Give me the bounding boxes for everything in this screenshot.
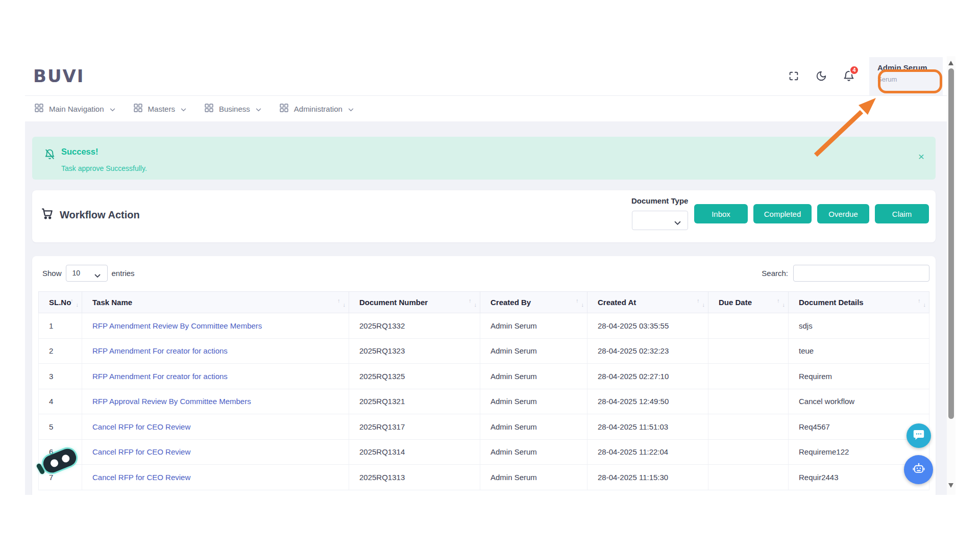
column-header-document-number[interactable]: Document Number ↑↓ [349,292,480,313]
scroll-down-arrow[interactable] [948,483,953,488]
nav-label: Masters [148,105,175,113]
cart-icon [41,207,54,222]
grid-menu-icon [205,104,213,114]
cell-created-at: 28-04-2025 02:27:10 [587,364,708,389]
cell-due-date [708,313,789,339]
cell-document-number: 2025RQ1317 [349,414,480,440]
cell-created-at: 28-04-2025 12:49:50 [587,389,708,414]
cell-document-details: Requirem [789,364,929,389]
column-header-task-name[interactable]: Task Name ↑↓ [82,292,349,313]
table-row: 4RFP Approval Review By Committee Member… [39,389,929,414]
sort-icon: ↑↓ [337,297,346,308]
chat-fab-button[interactable] [906,423,931,448]
overdue-button[interactable]: Overdue [817,204,869,223]
page-size-select[interactable]: 10 [66,265,108,282]
task-name-link[interactable]: Cancel RFP for CEO Review [92,473,190,482]
cell-sl-no: 3 [39,364,82,389]
table-body: 1RFP Amendment Review By Committee Membe… [39,313,929,490]
claim-button[interactable]: Claim [875,204,929,223]
cell-created-by: Admin Serum [480,364,587,389]
nav-item-business[interactable]: Business [205,104,261,114]
grid-menu-icon [134,104,142,114]
cell-created-by: Admin Serum [480,465,587,490]
task-name-link[interactable]: RFP Approval Review By Committee Members [92,397,251,406]
task-name-link[interactable]: RFP Amendment For creator for actions [92,372,228,381]
chat-bubble-icon [913,429,925,443]
cell-created-at: 28-04-2025 11:15:30 [587,465,708,490]
notifications-bell-icon[interactable]: 4 [843,70,855,82]
main-nav-bar: Main Navigation Masters [25,96,947,121]
screenshot-canvas: BUVI 4 [0,0,980,551]
scroll-up-arrow[interactable] [948,61,953,65]
page-size-value: 10 [72,269,81,277]
cell-created-at: 28-04-2025 11:22:04 [587,439,708,465]
chevron-down-icon [94,271,101,280]
grid-menu-icon [35,104,43,114]
dark-mode-moon-icon[interactable] [815,70,827,82]
cell-task-name: RFP Amendment For creator for actions [82,338,349,364]
table-row: 3RFP Amendment For creator for actions20… [39,364,929,389]
cell-due-date [708,439,789,465]
cell-document-number: 2025RQ1321 [349,389,480,414]
cell-task-name: RFP Approval Review By Committee Members [82,389,349,414]
page-scrollbar [947,56,955,495]
cell-document-number: 2025RQ1313 [349,465,480,490]
cell-created-at: 28-04-2025 02:32:23 [587,338,708,364]
cell-created-by: Admin Serum [480,439,587,465]
entries-label: entries [112,269,135,278]
brand-logo: BUVI [33,66,85,86]
success-alert: Success! Task approve Successfully. × [32,137,936,180]
column-header-document-details[interactable]: Document Details ↑↓ [789,292,929,313]
task-name-link[interactable]: Cancel RFP for CEO Review [92,447,190,456]
sort-icon: ↑↓ [576,297,584,308]
table-row: 1RFP Amendment Review By Committee Membe… [39,313,929,339]
table-header-row: SL.No ↑↓ Task Name ↑↓ Document Number ↑↓… [39,292,929,313]
close-icon[interactable]: × [918,151,924,162]
sort-icon: ↑↓ [777,297,785,308]
notification-count-badge: 4 [849,65,859,75]
cell-task-name: RFP Amendment Review By Committee Member… [82,313,349,339]
search-area: Search: [762,265,929,282]
cell-task-name: Cancel RFP for CEO Review [82,465,349,490]
column-header-created-at[interactable]: Created At ↑↓ [587,292,708,313]
cell-document-details: sdjs [789,313,929,339]
column-header-created-by[interactable]: Created By ↑↓ [480,292,587,313]
cell-document-details: Cancel workflow [789,389,929,414]
workflow-action-card: Workflow Action Document Type Inbox Comp… [32,190,936,242]
document-type-label: Document Type [631,196,688,205]
content-area: Success! Task approve Successfully. × Wo… [25,121,947,495]
cell-document-number: 2025RQ1325 [349,364,480,389]
cell-document-number: 2025RQ1332 [349,313,480,339]
search-input[interactable] [793,265,929,282]
cell-created-by: Admin Serum [480,313,587,339]
column-header-sl-no[interactable]: SL.No ↑↓ [39,292,82,313]
nav-item-masters[interactable]: Masters [134,104,186,114]
inbox-button[interactable]: Inbox [694,204,748,223]
tasks-table-card: Show 10 entries Search: [32,256,936,495]
column-header-due-date[interactable]: Due Date ↑↓ [708,292,789,313]
completed-button[interactable]: Completed [753,204,812,223]
nav-item-administration[interactable]: Administration [280,104,354,114]
cell-sl-no: 4 [39,389,82,414]
chevron-down-icon [674,218,681,228]
cell-created-at: 28-04-2025 11:51:03 [587,414,708,440]
scrollbar-thumb[interactable] [948,68,954,419]
tasks-table: SL.No ↑↓ Task Name ↑↓ Document Number ↑↓… [38,291,929,490]
bell-slash-icon [43,148,56,163]
nav-item-main-navigation[interactable]: Main Navigation [35,104,115,114]
task-name-link[interactable]: RFP Amendment Review By Committee Member… [92,321,262,330]
table-controls: Show 10 entries Search: [38,265,929,282]
header-icon-group: 4 [788,56,855,95]
fullscreen-icon[interactable] [788,70,800,82]
cell-task-name: RFP Amendment For creator for actions [82,364,349,389]
table-row: 7Cancel RFP for CEO Review2025RQ1313Admi… [39,465,929,490]
sort-icon: ↑↓ [469,297,477,308]
assistant-fab-button[interactable] [904,455,933,484]
cell-sl-no: 1 [39,313,82,339]
task-name-link[interactable]: RFP Amendment For creator for actions [92,346,228,355]
cell-due-date [708,364,789,389]
page-title: Workflow Action [41,207,140,222]
task-name-link[interactable]: Cancel RFP for CEO Review [92,422,190,431]
document-type-select[interactable] [632,211,688,230]
sort-icon: ↑↓ [697,297,705,308]
